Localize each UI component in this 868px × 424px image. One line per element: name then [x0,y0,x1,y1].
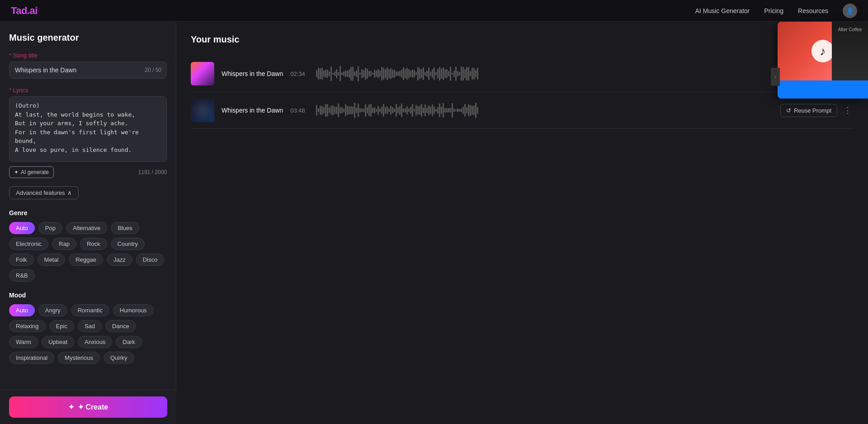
mini-player-expand-tab[interactable]: ‹ [771,68,780,86]
mood-tag-mysterious[interactable]: Mysterious [58,352,100,364]
waveform[interactable] [316,101,773,119]
mood-tag-auto[interactable]: Auto [9,304,35,316]
create-button[interactable]: ✦ ✦ Create [9,396,167,418]
mood-tag-romantic[interactable]: Romantic [71,304,109,316]
genre-tag-country[interactable]: Country [111,238,145,250]
genre-tag-jazz[interactable]: Jazz [107,254,132,266]
genre-tag-reggae[interactable]: Reggae [69,254,103,266]
genre-tag-alternative[interactable]: Alternative [66,222,107,234]
music-note-icon: ♪ [811,40,834,62]
more-options-button[interactable]: ⋮ [842,104,854,116]
ai-generate-button[interactable]: ✦ AI generate [9,166,54,178]
nav-links: AI Music Generator Pricing Resources 👤 [695,4,857,18]
track-name: Whispers in the Dawn [222,106,283,114]
create-label: ✦ Create [78,403,108,411]
lyrics-footer: ✦ AI generate 1191 / 2000 [9,166,167,178]
sidebar-title: Music generator [9,33,167,43]
tracks-container: Whispers in the Dawn 02:34 ↺ Reuse Promp… [191,56,854,129]
chevron-up-icon: ∧ [67,189,72,196]
mood-tag-dance[interactable]: Dance [105,320,136,332]
mood-tags: AutoAngryRomanticHumorousRelaxingEpicSad… [9,304,167,364]
your-music-title: Your music [191,34,854,45]
mood-section: Mood AutoAngryRomanticHumorousRelaxingEp… [9,292,167,364]
genre-section: Genre AutoPopAlternativeBluesElectronicR… [9,209,167,282]
waveform[interactable] [316,65,773,83]
genre-tag-disco[interactable]: Disco [136,254,165,266]
genre-tags: AutoPopAlternativeBluesElectronicRapRock… [9,222,167,282]
wand-icon: ✦ [14,169,19,175]
reuse-prompt-button[interactable]: ↺ Reuse Prompt [780,104,837,117]
mood-tag-relaxing[interactable]: Relaxing [9,320,46,332]
advanced-features-label: Advanced features [16,189,65,196]
genre-tag-blues[interactable]: Blues [111,222,139,234]
nav-resources[interactable]: Resources [798,7,828,14]
genre-label: Genre [9,209,167,217]
main-content: Your music Whispers in the Dawn 02:34 ↺ … [176,22,868,424]
mini-player: ♪ After Coffee [778,22,868,99]
track-thumbnail [191,62,214,85]
create-button-wrapper: ✦ ✦ Create [0,390,176,424]
mood-tag-dark[interactable]: Dark [116,336,142,348]
song-title-label: Song title [9,52,167,59]
genre-tag-auto[interactable]: Auto [9,222,35,234]
song-title-char-count: 20 / 50 [145,67,161,73]
genre-tag-electronic[interactable]: Electronic [9,238,48,250]
lyrics-input[interactable] [9,96,167,162]
song-title-input[interactable] [9,61,167,79]
song-title-wrapper: 20 / 50 [9,61,167,79]
mini-player-track-label: After Coffee [836,25,863,34]
genre-tag-folk[interactable]: Folk [9,254,34,266]
track-row: Whispers in the Dawn 02:34 ↺ Reuse Promp… [191,56,854,92]
mood-tag-epic[interactable]: Epic [49,320,74,332]
mini-player-cover: ♪ After Coffee [778,22,868,80]
track-row: Whispers in the Dawn 03:48 ↺ Reuse Promp… [191,92,854,129]
mood-tag-anxious[interactable]: Anxious [78,336,112,348]
genre-tag-rb[interactable]: R&B [9,269,35,282]
lyrics-label: Lyrics [9,87,167,94]
nav-pricing[interactable]: Pricing [764,7,783,14]
note-symbol: ♪ [820,44,826,58]
track-name: Whispers in the Dawn [222,70,283,78]
mood-tag-humorous[interactable]: Humorous [113,304,154,316]
mood-tag-warm[interactable]: Warm [9,336,38,348]
track-actions: ↺ Reuse Prompt ⋮ [780,104,854,117]
ai-generate-label: AI generate [21,169,49,175]
mini-player-artwork-right: After Coffee [832,22,868,80]
track-info: Whispers in the Dawn [222,106,283,114]
logo-text: Tad [11,5,27,16]
mood-tag-angry[interactable]: Angry [38,304,67,316]
track-thumbnail [191,99,214,122]
genre-tag-rap[interactable]: Rap [52,238,76,250]
mood-tag-quirky[interactable]: Quirky [104,352,134,364]
app-body: Music generator Song title 20 / 50 Lyric… [0,22,868,424]
mood-tag-upbeat[interactable]: Upbeat [42,336,74,348]
genre-tag-rock[interactable]: Rock [80,238,107,250]
mood-tag-sad[interactable]: Sad [78,320,102,332]
logo-dot: .ai [27,5,38,16]
navbar: Tad.ai AI Music Generator Pricing Resour… [0,0,868,22]
track-duration: 03:48 [290,107,308,114]
genre-tag-pop[interactable]: Pop [38,222,62,234]
advanced-features-toggle[interactable]: Advanced features ∧ [9,186,79,199]
create-sparkle-icon: ✦ [68,403,74,411]
nav-ai-music-generator[interactable]: AI Music Generator [695,7,750,14]
mini-player-bottom[interactable] [778,80,868,99]
reuse-icon: ↺ [786,107,791,114]
genre-tag-metal[interactable]: Metal [38,254,66,266]
mood-label: Mood [9,292,167,299]
user-avatar[interactable]: 👤 [843,4,857,18]
track-duration: 02:34 [290,71,308,77]
lyrics-char-count: 1191 / 2000 [138,169,167,175]
reuse-label: Reuse Prompt [794,107,831,114]
sidebar: Music generator Song title 20 / 50 Lyric… [0,22,176,424]
logo: Tad.ai [11,5,38,17]
mood-tag-inspirational[interactable]: Inspirational [9,352,54,364]
track-info: Whispers in the Dawn [222,70,283,78]
